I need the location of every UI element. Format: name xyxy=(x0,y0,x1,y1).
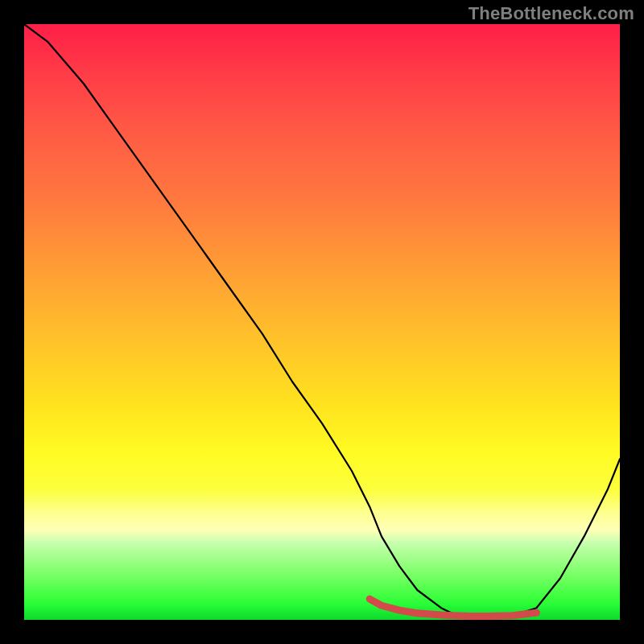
plot-svg xyxy=(24,24,620,620)
series-bottom-band xyxy=(369,599,536,616)
series-main-curve xyxy=(24,24,620,617)
watermark-text: TheBottleneck.com xyxy=(469,3,634,24)
chart-frame: TheBottleneck.com xyxy=(0,0,644,644)
